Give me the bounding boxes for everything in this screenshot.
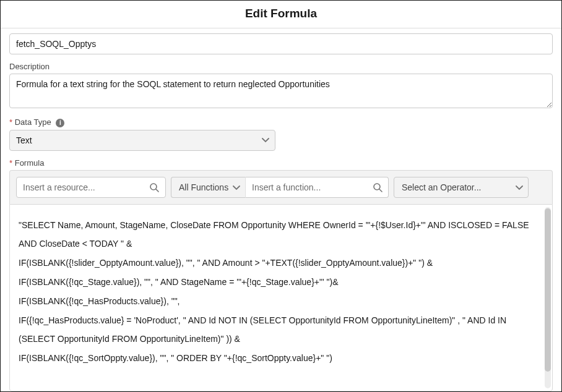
formula-name-input[interactable] [9, 33, 553, 54]
name-field-block [9, 33, 553, 54]
svg-line-1 [156, 189, 158, 192]
description-label: Description [9, 62, 553, 71]
search-icon [143, 182, 165, 192]
datatype-select[interactable]: Text [9, 130, 275, 151]
scrollbar-thumb[interactable] [545, 208, 551, 372]
function-search-combobox[interactable] [245, 177, 389, 198]
resource-input[interactable] [17, 177, 143, 197]
formula-field-block: * Formula All Functions [9, 158, 553, 391]
description-field-block: Description Formula for a text string fo… [9, 62, 553, 110]
resource-combobox[interactable] [16, 177, 166, 198]
datatype-label: * Data Type i [9, 117, 553, 127]
operator-dropdown[interactable]: Select an Operator... [394, 177, 529, 198]
chevron-down-icon [516, 182, 523, 192]
modal-title: Edit Formula [1, 7, 561, 20]
modal-header: Edit Formula [1, 1, 561, 28]
formula-editor-wrap: "SELECT Name, Amount, StageName, CloseDa… [9, 204, 553, 391]
svg-line-3 [379, 189, 382, 192]
function-search-input[interactable] [246, 177, 366, 197]
edit-formula-modal: Edit Formula Description Formula for a t… [0, 0, 562, 392]
modal-body: Description Formula for a text string fo… [1, 28, 561, 391]
formula-toolbar: All Functions Select an Operator... [9, 170, 553, 204]
info-icon[interactable]: i [56, 119, 64, 127]
scrollbar-track[interactable] [545, 207, 551, 388]
datatype-field-block: * Data Type i Text [9, 117, 553, 151]
chevron-down-icon [233, 182, 240, 192]
description-textarea[interactable]: Formula for a text string for the SOQL s… [9, 74, 553, 108]
search-icon [366, 182, 389, 192]
function-combo-group: All Functions [171, 177, 389, 198]
required-indicator: * [9, 158, 12, 168]
function-category-dropdown[interactable]: All Functions [171, 177, 245, 198]
formula-editor[interactable]: "SELECT Name, Amount, StageName, CloseDa… [10, 205, 552, 391]
datatype-select-wrap[interactable]: Text [9, 130, 275, 151]
required-indicator: * [9, 117, 12, 127]
formula-label: * Formula [9, 158, 553, 168]
